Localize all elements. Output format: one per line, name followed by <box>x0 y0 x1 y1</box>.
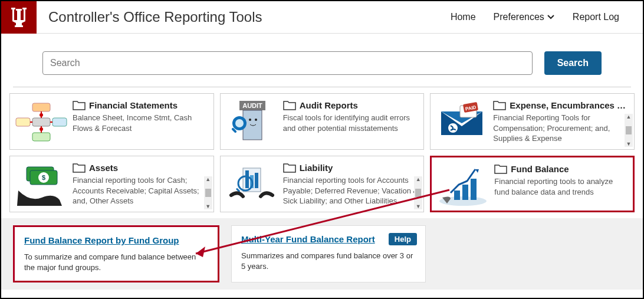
header: Controller's Office Reporting Tools Home… <box>1 1 643 34</box>
svg-rect-1 <box>16 118 30 126</box>
svg-rect-0 <box>32 103 50 111</box>
report-fund-balance-by-group[interactable]: Fund Balance Report by Fund Group To sum… <box>13 225 219 282</box>
card-desc: Financial reporting tools for Accounts P… <box>283 175 419 206</box>
svg-rect-3 <box>52 118 67 126</box>
svg-point-13 <box>249 119 251 121</box>
svg-point-11 <box>235 119 244 127</box>
search-button[interactable]: Search <box>544 51 602 75</box>
report-link[interactable]: Fund Balance Report by Fund Group <box>24 235 179 245</box>
svg-point-14 <box>255 119 257 121</box>
folder-icon <box>283 100 296 110</box>
nav-prefs-label: Preferences <box>494 12 544 22</box>
folder-icon <box>73 100 86 110</box>
folder-icon <box>73 162 86 173</box>
svg-text:AUDIT: AUDIT <box>242 102 262 109</box>
card-assets[interactable]: $ Assets Financial reporting tools for C… <box>9 156 214 212</box>
svg-rect-24 <box>245 170 249 188</box>
svg-point-6 <box>40 127 43 131</box>
card-financial-statements[interactable]: Financial Statements Balance Sheet, Inco… <box>9 93 214 150</box>
card-liability[interactable]: Liability Financial reporting tools for … <box>220 156 425 212</box>
iu-logo[interactable] <box>1 1 37 34</box>
scrollbar[interactable]: ▲▼ <box>625 114 633 147</box>
search-row: Search <box>13 34 631 87</box>
svg-rect-30 <box>454 190 460 200</box>
folder-icon <box>494 163 507 174</box>
svg-rect-32 <box>471 179 477 200</box>
report-desc: Summarizes and compares fund balance ove… <box>241 251 416 271</box>
category-grid: Financial Statements Balance Sheet, Inco… <box>1 87 643 212</box>
reports-row: Fund Balance Report by Fund Group To sum… <box>1 218 643 290</box>
svg-rect-4 <box>32 133 50 141</box>
svg-rect-31 <box>462 185 468 200</box>
scrollbar[interactable]: ▲▼ <box>414 176 422 209</box>
card-desc: Financial Reporting Tools for Compensati… <box>493 113 629 143</box>
svg-text:$: $ <box>42 174 45 181</box>
card-desc: Financial reporting tools to analyze fun… <box>494 176 628 197</box>
help-button[interactable]: Help <box>389 233 417 245</box>
fund-balance-icon <box>436 163 489 208</box>
svg-rect-26 <box>255 173 258 188</box>
card-title: Assets <box>89 163 118 173</box>
audit-icon: AUDIT <box>225 100 278 144</box>
card-expense-encumbrances[interactable]: PAID Expense, Encumbrances & ... Financi… <box>430 93 635 150</box>
report-link[interactable]: Multi-Year Fund Balance Report <box>241 234 375 244</box>
svg-point-5 <box>40 113 43 117</box>
nav-preferences[interactable]: Preferences <box>494 12 555 22</box>
nav: Home Preferences Report Log <box>451 12 643 22</box>
card-title: Fund Balance <box>511 164 569 174</box>
folder-icon <box>283 162 296 173</box>
liability-icon <box>225 162 278 207</box>
card-title: Liability <box>300 163 333 173</box>
nav-report-log[interactable]: Report Log <box>573 12 619 22</box>
search-input[interactable] <box>42 51 533 75</box>
card-title: Audit Reports <box>300 100 358 110</box>
card-desc: Financial reporting tools for Cash; Acco… <box>73 175 209 206</box>
expense-icon: PAID <box>435 100 488 144</box>
scrollbar[interactable]: ▲▼ <box>204 176 212 209</box>
iu-trident-icon <box>9 5 29 29</box>
card-fund-balance[interactable]: Fund Balance Financial reporting tools t… <box>430 156 635 212</box>
nav-home[interactable]: Home <box>451 12 476 22</box>
card-desc: Balance Sheet, Income Stmt, Cash Flows &… <box>73 113 209 133</box>
financial-statements-icon <box>15 100 68 144</box>
chevron-down-icon <box>547 13 555 21</box>
folder-icon <box>493 100 506 110</box>
assets-icon: $ <box>15 162 68 207</box>
card-desc: Fiscal tools for identifying audit error… <box>283 113 419 133</box>
card-title: Expense, Encumbrances & ... <box>510 100 629 110</box>
card-audit-reports[interactable]: AUDIT Audit Reports Fiscal tools for ide… <box>220 93 425 150</box>
report-multi-year-fund-balance[interactable]: Multi-Year Fund Balance Report Help Summ… <box>231 225 426 282</box>
card-title: Financial Statements <box>89 100 178 110</box>
app-title: Controller's Office Reporting Tools <box>48 9 451 25</box>
report-desc: To summarize and compare fund balance be… <box>24 252 208 272</box>
svg-rect-2 <box>32 118 50 126</box>
